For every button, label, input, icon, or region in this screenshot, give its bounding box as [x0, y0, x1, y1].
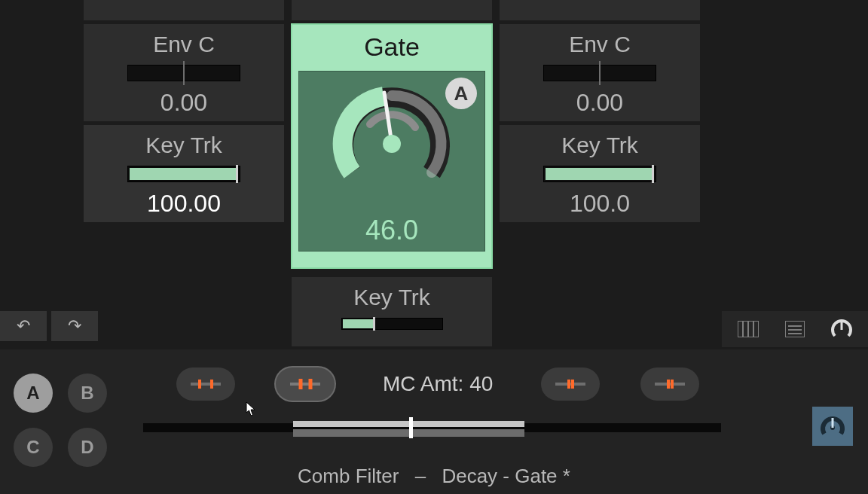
param-value: 46.0: [299, 215, 484, 246]
mc-slot-3-button[interactable]: [541, 367, 600, 401]
macro-b-button[interactable]: B: [68, 374, 107, 413]
bipolar-slider[interactable]: [543, 65, 656, 81]
param-card-gate[interactable]: Gate A 46.0: [291, 23, 493, 269]
mod-slot-icon: [653, 377, 686, 392]
breadcrumb-part: Comb Filter: [298, 465, 399, 487]
param-dial-panel: A 46.0: [298, 71, 485, 252]
param-label: Key Trk: [292, 285, 492, 310]
unipolar-slider[interactable]: [543, 166, 656, 182]
list-icon: [785, 321, 805, 337]
param-cell-keytrk-center[interactable]: Key Trk: [291, 276, 493, 347]
undo-icon: ↶: [17, 316, 30, 336]
macro-range-slider[interactable]: [143, 414, 721, 440]
undo-button[interactable]: ↶: [0, 311, 47, 341]
param-value: 0.00: [84, 89, 284, 117]
param-value: 100.0: [500, 190, 700, 218]
redo-button[interactable]: ↷: [51, 311, 98, 341]
view-dial-button[interactable]: [818, 314, 865, 344]
piano-keys-icon: [738, 321, 759, 337]
view-keys-button[interactable]: [725, 314, 772, 344]
redo-icon: ↷: [68, 316, 81, 336]
macro-panel: A B C D MC Amt: 40: [0, 349, 868, 494]
mc-amount-label: MC Amt: 40: [383, 372, 493, 396]
mc-slot-2-button[interactable]: [276, 367, 335, 401]
dial-icon: [830, 319, 853, 339]
param-cell-env-c-right[interactable]: Env C 0.00: [499, 23, 701, 122]
breadcrumb-part: Decay - Gate *: [442, 465, 570, 487]
param-title: Gate: [292, 32, 491, 62]
macro-a-button[interactable]: A: [14, 374, 53, 413]
param-cell-env-c-left[interactable]: Env C 0.00: [83, 23, 285, 122]
view-list-button[interactable]: [772, 314, 818, 344]
param-cell-stub: [499, 0, 701, 21]
unipolar-slider[interactable]: [341, 318, 443, 330]
param-value: 0.00: [500, 89, 700, 117]
view-switcher: [722, 311, 868, 347]
param-value: 100.00: [84, 190, 284, 218]
param-cell-stub: [83, 0, 285, 21]
param-cell-keytrk-right[interactable]: Key Trk 100.0: [499, 124, 701, 223]
mod-target-button[interactable]: [812, 407, 853, 446]
breadcrumb-separator: –: [415, 465, 426, 487]
mod-slot-icon: [554, 377, 587, 392]
param-cell-keytrk-left[interactable]: Key Trk 100.00: [83, 124, 285, 223]
mod-slot-icon: [189, 377, 222, 392]
dial-target-icon: [820, 414, 845, 438]
mod-slot-icon: [289, 377, 322, 392]
mc-slot-1-button[interactable]: [176, 367, 235, 401]
param-label: Key Trk: [500, 133, 700, 158]
param-label: Env C: [500, 32, 700, 57]
param-cell-stub: [291, 0, 493, 21]
mc-slot-4-button[interactable]: [640, 367, 699, 401]
unipolar-slider[interactable]: [127, 166, 240, 182]
bipolar-slider[interactable]: [127, 65, 240, 81]
param-label: Key Trk: [84, 133, 284, 158]
breadcrumb: Comb Filter – Decay - Gate *: [0, 465, 868, 488]
macro-c-button[interactable]: C: [14, 428, 53, 467]
dial-icon[interactable]: [328, 76, 456, 204]
svg-point-1: [383, 135, 401, 153]
param-label: Env C: [84, 32, 284, 57]
macro-d-button[interactable]: D: [68, 428, 107, 467]
